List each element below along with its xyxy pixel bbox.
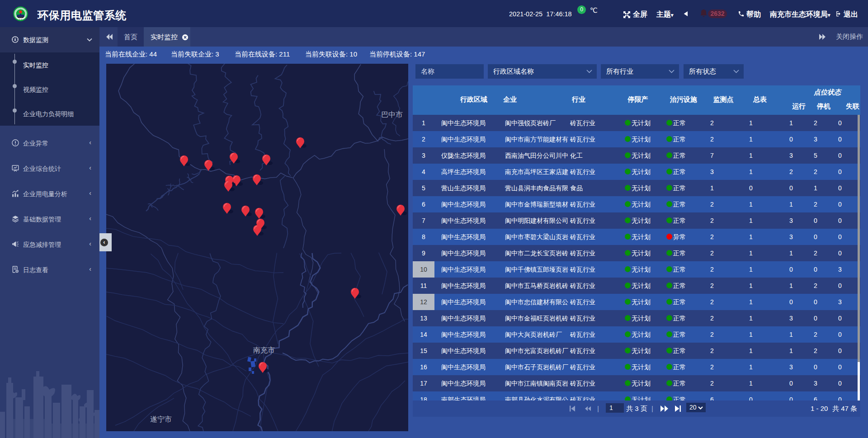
svg-text:环 保: 环 保 [19,19,23,20]
